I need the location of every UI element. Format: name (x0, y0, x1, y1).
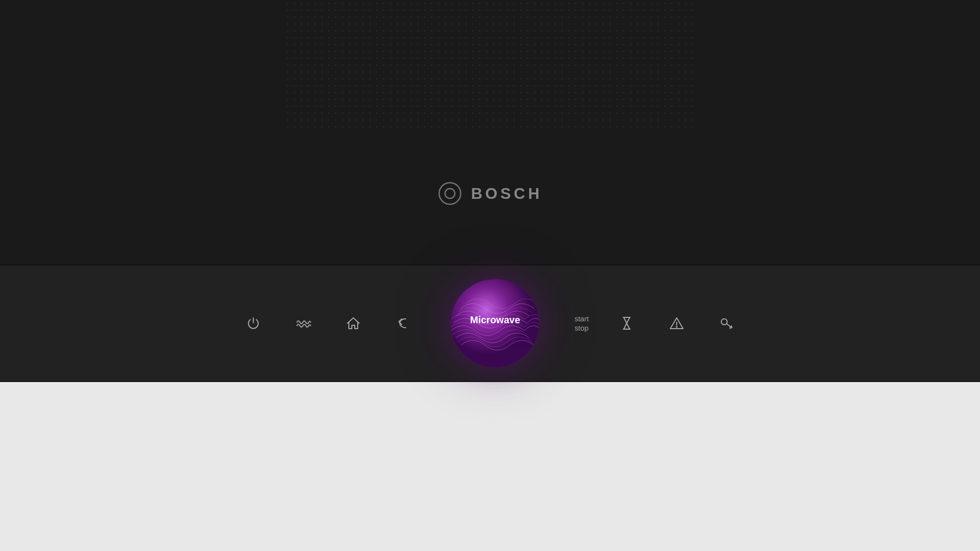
warning-icon (668, 315, 685, 332)
timer-button[interactable] (614, 311, 639, 335)
stop-label: stop (575, 323, 588, 333)
bosch-circle-svg (438, 181, 462, 206)
home-button[interactable] (341, 311, 366, 335)
top-panel: BOSCH (0, 0, 980, 264)
dot-pattern-texture (284, 0, 696, 127)
back-button[interactable] (391, 311, 416, 335)
power-button[interactable] (241, 311, 266, 335)
warning-button[interactable] (664, 311, 689, 335)
bosch-logo: BOSCH (438, 181, 542, 206)
svg-point-1 (445, 189, 455, 198)
central-dial-button[interactable]: Microwave (451, 279, 539, 367)
control-strip: Microwave start stop (0, 264, 980, 382)
waves-button[interactable] (291, 311, 316, 335)
key-button[interactable] (714, 311, 739, 335)
home-icon (345, 315, 362, 332)
waves-icon (295, 315, 312, 332)
start-stop-button[interactable]: start stop (574, 314, 588, 333)
bottom-area (0, 382, 980, 551)
bosch-logo-icon (438, 181, 462, 206)
bosch-brand-name: BOSCH (471, 185, 542, 203)
dial-label: Microwave (470, 314, 520, 326)
svg-point-0 (439, 183, 461, 204)
controls-row: Microwave start stop (241, 269, 738, 377)
start-label: start (574, 314, 588, 324)
svg-point-4 (676, 327, 677, 328)
dial-outer-ring: Microwave (441, 269, 549, 377)
key-icon (718, 315, 735, 332)
timer-icon (618, 315, 635, 332)
back-icon (395, 315, 412, 332)
power-icon (245, 315, 262, 332)
